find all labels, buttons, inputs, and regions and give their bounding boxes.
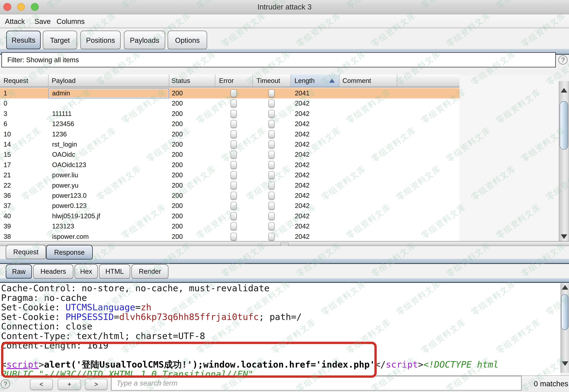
scrollbar-thumb[interactable] [560, 101, 568, 150]
tab-raw[interactable]: Raw [6, 264, 32, 279]
table-row[interactable]: 15OAOidc2002042 [0, 149, 459, 160]
scroll-up-icon[interactable] [562, 285, 568, 290]
response-text-segment: > [418, 359, 423, 370]
tab-render[interactable]: Render [131, 264, 168, 279]
table-row[interactable]: 31111112002042 [0, 109, 459, 119]
timeout-checkbox[interactable] [268, 89, 275, 97]
scroll-down-icon[interactable] [562, 361, 568, 366]
scroll-down-icon[interactable] [561, 234, 567, 239]
table-row[interactable]: 21power.liu2002042 [0, 170, 459, 180]
timeout-checkbox[interactable] [268, 222, 275, 230]
error-checkbox[interactable] [231, 161, 237, 169]
column-divider[interactable] [339, 75, 339, 87]
error-checkbox[interactable] [231, 151, 237, 159]
column-divider[interactable] [291, 75, 291, 87]
error-checkbox[interactable] [231, 182, 237, 189]
table-row[interactable]: 40hlwj0519-1205.jf2002042 [0, 211, 459, 221]
response-text-segment: script [6, 359, 39, 370]
table-row[interactable]: 38ispower.com2002042 [0, 231, 459, 241]
error-checkbox[interactable] [231, 99, 237, 107]
tab-options[interactable]: Options [168, 31, 207, 49]
timeout-checkbox[interactable] [268, 161, 275, 169]
column-divider[interactable] [169, 75, 169, 87]
error-checkbox[interactable] [231, 233, 237, 241]
table-row[interactable]: 1012362002042 [0, 129, 459, 140]
timeout-checkbox[interactable] [268, 140, 275, 148]
timeout-checkbox[interactable] [268, 171, 275, 179]
table-row[interactable]: 17OAOidc1232002042 [0, 160, 459, 170]
tab-html[interactable]: HTML [99, 264, 130, 279]
table-row[interactable]: 14rst_login2002042 [0, 139, 459, 150]
scrollbar-thumb[interactable] [561, 294, 569, 330]
help-icon[interactable]: ? [558, 55, 568, 65]
timeout-checkbox[interactable] [268, 233, 275, 241]
timeout-checkbox[interactable] [268, 110, 275, 118]
tab-results[interactable]: Results [6, 31, 41, 49]
timeout-checkbox[interactable] [268, 192, 275, 200]
timeout-checkbox[interactable] [268, 151, 275, 159]
column-header-error[interactable]: Error [219, 75, 234, 87]
error-checkbox[interactable] [231, 222, 237, 230]
error-checkbox[interactable] [231, 212, 237, 220]
error-checkbox[interactable] [231, 202, 237, 210]
response-text-segment: = [114, 312, 119, 322]
table-row[interactable]: 61234562002042 [0, 119, 459, 129]
tab-response[interactable]: Response [46, 245, 93, 259]
error-checkbox[interactable] [231, 120, 237, 128]
column-divider[interactable] [397, 75, 397, 87]
column-divider[interactable] [252, 75, 253, 87]
timeout-checkbox[interactable] [268, 120, 275, 128]
search-input[interactable] [111, 376, 522, 391]
tab-payloads[interactable]: Payloads [124, 31, 165, 49]
cell-request: 6 [4, 119, 7, 129]
error-checkbox[interactable] [231, 192, 237, 200]
column-header-status[interactable]: Status [171, 75, 190, 87]
menu-attack[interactable]: Attack [5, 15, 25, 28]
tab-request[interactable]: Request [6, 245, 46, 259]
help-icon[interactable]: ? [1, 379, 10, 389]
timeout-checkbox[interactable] [268, 130, 275, 138]
response-text-segment: <!DOCTYPE html [423, 359, 498, 370]
menu-columns[interactable]: Columns [56, 15, 85, 28]
error-checkbox[interactable] [231, 89, 237, 97]
response-viewer[interactable]: Cache-Control: no-store, no-cache, must-… [0, 283, 560, 375]
table-row[interactable]: 22power.yu2002042 [0, 180, 459, 191]
table-scrollbar[interactable] [559, 81, 569, 241]
response-text-segment: > [39, 359, 44, 370]
error-checkbox[interactable] [231, 140, 237, 148]
timeout-checkbox[interactable] [268, 202, 275, 210]
response-line: Connection: close [1, 322, 560, 331]
response-scrollbar[interactable] [561, 284, 569, 373]
next-match-button[interactable]: > [85, 379, 107, 390]
column-header-request[interactable]: Request [4, 75, 28, 87]
table-row[interactable]: 391231232002042 [0, 221, 459, 231]
column-header-timeout[interactable]: Timeout [256, 75, 280, 87]
cell-payload: 123123 [52, 221, 74, 231]
error-checkbox[interactable] [231, 130, 237, 138]
error-checkbox[interactable] [231, 110, 237, 118]
tab-positions[interactable]: Positions [81, 31, 121, 49]
menu-save[interactable]: Save [34, 15, 51, 28]
response-text-segment: ; path=/ [259, 312, 302, 322]
table-row[interactable]: 37power0.1232002042 [0, 201, 459, 211]
add-search-button[interactable]: + [58, 379, 81, 390]
error-checkbox[interactable] [231, 171, 237, 179]
table-row[interactable]: 02002042 [0, 98, 459, 109]
tab-hex[interactable]: Hex [75, 264, 98, 279]
column-divider[interactable] [48, 75, 49, 87]
previous-match-button[interactable]: < [30, 379, 53, 390]
tab-target[interactable]: Target [43, 31, 77, 49]
selected-payload-cell[interactable] [49, 88, 169, 98]
timeout-checkbox[interactable] [268, 212, 275, 220]
column-divider[interactable] [215, 75, 215, 87]
column-header-payload[interactable]: Payload [52, 75, 76, 87]
timeout-checkbox[interactable] [268, 99, 275, 107]
timeout-checkbox[interactable] [268, 182, 275, 189]
scroll-up-icon[interactable] [561, 88, 567, 93]
tab-headers[interactable]: Headers [33, 264, 73, 279]
results-table[interactable]: 1admin2002041020020423111111200204261234… [0, 88, 459, 241]
filter-bar[interactable]: Filter: Showing all items [1, 52, 556, 67]
column-header-length[interactable]: Length [294, 75, 315, 87]
table-row[interactable]: 36power123.02002042 [0, 190, 459, 201]
column-header-comment[interactable]: Comment [343, 75, 371, 87]
